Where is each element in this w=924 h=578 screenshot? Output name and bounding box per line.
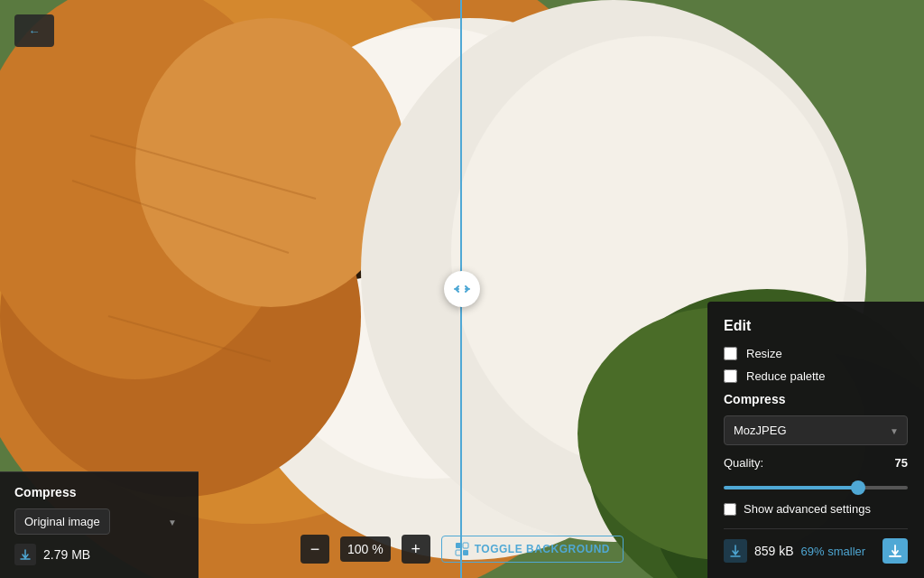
zoom-level: 100 % [340,536,391,562]
zoom-controls: − 100 % + TOGGLE BACKGROUND [300,535,624,564]
output-file-icon[interactable] [724,539,747,563]
svg-rect-22 [456,550,461,555]
svg-rect-20 [456,543,461,548]
edit-panel: Edit Resize Reduce palette Compress MozJ… [707,302,924,578]
zoom-out-button[interactable]: − [300,535,329,564]
output-info-row: 859 kB 69% smaller [724,528,908,564]
output-file-info: 859 kB 69% smaller [724,539,865,563]
source-select-wrapper: Original image Compressed [14,508,184,535]
compress-panel-left: Compress Original image Compressed 2.79 … [0,471,199,578]
svg-rect-21 [463,543,468,548]
toggle-background-button[interactable]: TOGGLE BACKGROUND [441,536,624,563]
source-select[interactable]: Original image Compressed [14,508,110,535]
quality-value: 75 [895,456,908,470]
advanced-settings-label[interactable]: Show advanced settings [744,502,871,516]
resize-checkbox[interactable] [724,347,737,360]
compress-section-title: Compress [724,392,908,406]
file-icon-left[interactable] [14,544,36,565]
quality-slider[interactable] [724,486,908,489]
quality-row: Quality: 75 [724,456,908,470]
svg-rect-23 [463,550,468,555]
quality-label: Quality: [724,456,763,470]
edit-panel-title: Edit [724,318,908,334]
download-button[interactable] [882,538,908,564]
toggle-bg-label: TOGGLE BACKGROUND [475,543,610,555]
back-button[interactable]: ← [14,14,54,47]
size-reduction: 69% smaller [801,545,866,558]
advanced-settings-checkbox[interactable] [724,503,736,516]
reduce-palette-label[interactable]: Reduce palette [746,369,825,383]
output-file-size: 859 kB [754,544,794,558]
reduce-palette-checkbox[interactable] [724,369,737,383]
advanced-settings-row: Show advanced settings [724,502,908,516]
zoom-in-button[interactable]: + [402,535,430,564]
resize-row: Resize [724,347,908,360]
codec-select[interactable]: MozJPEG WebP AVIF OxiPNG [724,415,908,445]
compress-panel-title: Compress [14,485,184,499]
reduce-palette-row: Reduce palette [724,369,908,383]
original-file-size: 2.79 MB [43,547,90,562]
toggle-bg-icon [455,542,469,556]
codec-select-wrapper: MozJPEG WebP AVIF OxiPNG [724,415,908,445]
resize-label[interactable]: Resize [746,347,782,360]
divider-handle[interactable] [444,271,480,307]
